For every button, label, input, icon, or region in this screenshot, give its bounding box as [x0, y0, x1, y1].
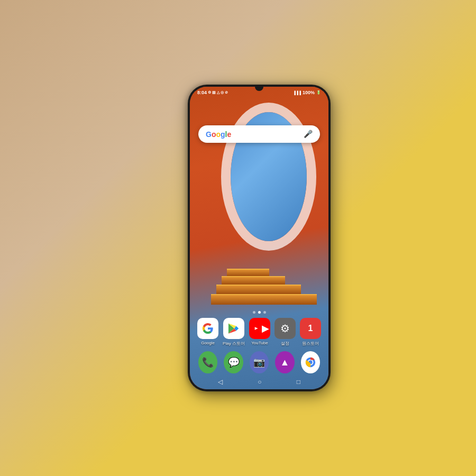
page-dots — [190, 311, 328, 314]
google-search-bar[interactable]: Google 🎤 — [198, 125, 320, 143]
nav-bar: ◁ ○ □ — [190, 378, 328, 386]
stair-1 — [211, 294, 317, 305]
youtube-icon: ▶ — [249, 318, 270, 339]
status-right: ▐▐▐ 100% 🔋 — [293, 90, 321, 95]
stair-3 — [222, 276, 285, 285]
grid-status-icon: ▤ — [212, 90, 216, 95]
dock-camera[interactable]: 📷 — [250, 351, 269, 373]
google-label: Google — [201, 341, 215, 345]
app-item-playstore[interactable]: Play 스토어 — [223, 318, 245, 346]
dnd-status-icon: ◎ — [221, 90, 224, 95]
mic-icon[interactable]: 🎤 — [304, 130, 313, 139]
playstore-label: Play 스토어 — [223, 341, 245, 346]
dock-chrome[interactable] — [301, 351, 320, 373]
nfc-status-icon: ⊘ — [225, 90, 228, 95]
page-dot-3 — [263, 311, 266, 314]
page-dot-2 — [258, 311, 261, 314]
alert-status-icon: △ — [217, 90, 219, 95]
app-row: Google Play 스토어 — [190, 318, 328, 346]
dock-area: Google Play 스토어 — [190, 311, 328, 350]
onestore-icon: 1 — [300, 318, 321, 339]
signal-icon: ▐▐▐ — [293, 91, 301, 95]
settings-label: 설정 — [281, 341, 289, 346]
nav-recents-button[interactable]: □ — [297, 378, 300, 386]
wallpaper-stairs — [211, 262, 317, 305]
bottom-dock: 📞 💬 📷 ▲ — [190, 351, 328, 373]
dock-messages[interactable]: 💬 — [224, 351, 243, 373]
nav-home-button[interactable]: ○ — [258, 378, 261, 386]
nav-back-button[interactable]: ◁ — [218, 378, 223, 386]
wallpaper-oval — [221, 103, 316, 251]
battery-display: 100% — [303, 90, 315, 95]
settings-status-icon: ⚙ — [208, 90, 211, 95]
app-item-youtube[interactable]: ▶ YouTube — [249, 318, 270, 346]
page-dot-1 — [253, 311, 255, 314]
stair-2 — [216, 285, 301, 294]
camera-notch — [255, 87, 263, 91]
dock-themes[interactable]: ▲ — [275, 351, 294, 373]
phone-screen: 8:04 ⚙ ▤ △ ◎ ⊘ ▐▐▐ 100% 🔋 Google 🎤 — [190, 87, 328, 389]
dock-phone[interactable]: 📞 — [198, 351, 217, 373]
app-item-settings[interactable]: ⚙ 설정 — [274, 318, 296, 346]
google-logo: Google — [206, 130, 231, 139]
status-left: 8:04 ⚙ ▤ △ ◎ ⊘ — [197, 90, 228, 95]
playstore-icon — [223, 318, 244, 339]
battery-icon: 🔋 — [316, 90, 321, 95]
app-item-google[interactable]: Google — [197, 318, 218, 346]
phone-device: 8:04 ⚙ ▤ △ ◎ ⊘ ▐▐▐ 100% 🔋 Google 🎤 — [188, 85, 331, 391]
google-icon — [197, 318, 218, 339]
status-bar: 8:04 ⚙ ▤ △ ◎ ⊘ ▐▐▐ 100% 🔋 — [190, 87, 328, 96]
app-item-onestore[interactable]: 1 원스토어 — [300, 318, 321, 346]
onestore-label: 원스토어 — [302, 341, 319, 346]
youtube-label: YouTube — [251, 341, 268, 345]
settings-icon: ⚙ — [274, 318, 296, 339]
stair-4 — [227, 269, 269, 276]
time-display: 8:04 — [197, 90, 207, 95]
